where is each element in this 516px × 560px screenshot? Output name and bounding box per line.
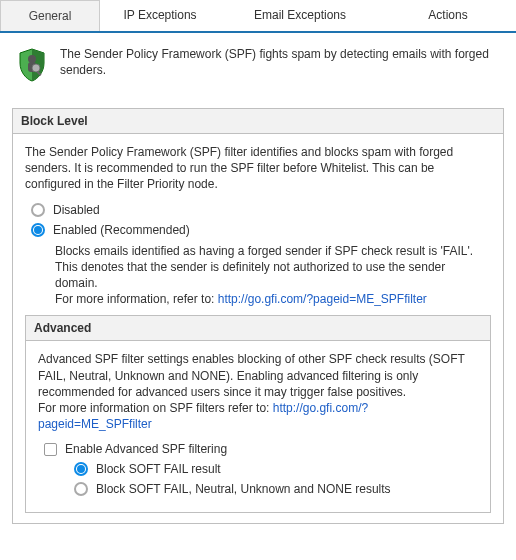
shield-defender-icon [14, 47, 50, 86]
svg-point-0 [28, 55, 36, 63]
advanced-panel: Advanced Advanced SPF filter settings en… [25, 315, 491, 513]
spf-info-link[interactable]: http://go.gfi.com/?pageid=ME_SPFfilter [218, 292, 427, 306]
radio-disabled-label: Disabled [53, 203, 100, 217]
svg-point-2 [32, 64, 40, 72]
tab-general[interactable]: General [0, 0, 100, 31]
advanced-desc-text: Advanced SPF filter settings enables blo… [38, 352, 465, 398]
intro-text: The Sender Policy Framework (SPF) fights… [60, 47, 500, 78]
enabled-note-prefix: For more information, refer to: [55, 292, 218, 306]
advanced-description: Advanced SPF filter settings enables blo… [38, 351, 478, 432]
radio-icon [74, 482, 88, 496]
radio-disabled[interactable]: Disabled [25, 203, 491, 217]
intro-section: The Sender Policy Framework (SPF) fights… [0, 33, 516, 100]
tab-bar: General IP Exceptions Email Exceptions A… [0, 0, 516, 33]
radio-icon [31, 223, 45, 237]
enable-advanced-label: Enable Advanced SPF filtering [65, 442, 227, 456]
radio-icon [74, 462, 88, 476]
tab-actions[interactable]: Actions [380, 0, 516, 31]
enabled-note-text: Blocks emails identified as having a for… [55, 244, 473, 290]
tab-email-exceptions[interactable]: Email Exceptions [220, 0, 380, 31]
radio-icon [31, 203, 45, 217]
radio-enabled[interactable]: Enabled (Recommended) [25, 223, 491, 237]
block-level-header: Block Level [13, 109, 503, 134]
block-level-description: The Sender Policy Framework (SPF) filter… [25, 144, 491, 193]
radio-block-all[interactable]: Block SOFT FAIL, Neutral, Unknown and NO… [68, 482, 478, 496]
radio-block-softfail[interactable]: Block SOFT FAIL result [68, 462, 478, 476]
radio-enabled-label: Enabled (Recommended) [53, 223, 190, 237]
advanced-header: Advanced [26, 316, 490, 341]
radio-block-all-label: Block SOFT FAIL, Neutral, Unknown and NO… [96, 482, 391, 496]
enable-advanced-checkbox[interactable]: Enable Advanced SPF filtering [44, 442, 478, 456]
advanced-desc-prefix: For more information on SPF filters refe… [38, 401, 273, 415]
enabled-note: Blocks emails identified as having a for… [55, 243, 491, 308]
block-level-panel: Block Level The Sender Policy Framework … [12, 108, 504, 524]
radio-block-softfail-label: Block SOFT FAIL result [96, 462, 221, 476]
tab-ip-exceptions[interactable]: IP Exceptions [100, 0, 220, 31]
checkbox-icon [44, 443, 57, 456]
